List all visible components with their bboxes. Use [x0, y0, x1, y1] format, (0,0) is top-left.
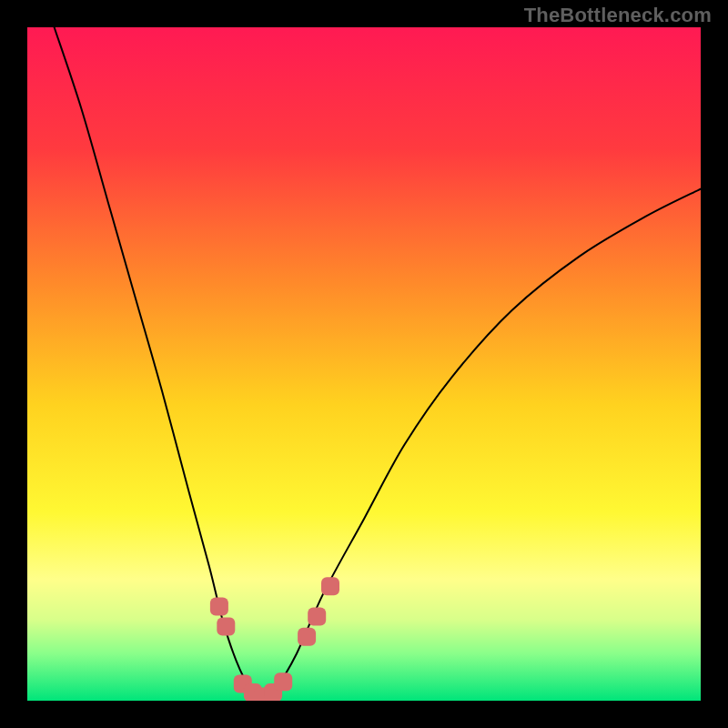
marker-point: [217, 618, 235, 636]
marker-point: [308, 608, 326, 626]
chart-svg: [27, 27, 701, 701]
watermark-text: TheBottleneck.com: [524, 4, 712, 27]
marker-point: [298, 628, 316, 646]
marker-point: [210, 597, 228, 615]
marker-point: [321, 577, 339, 595]
marker-point: [274, 672, 292, 691]
plot-area: [27, 27, 701, 701]
chart-frame: TheBottleneck.com: [0, 0, 728, 728]
gradient-background: [27, 27, 701, 701]
